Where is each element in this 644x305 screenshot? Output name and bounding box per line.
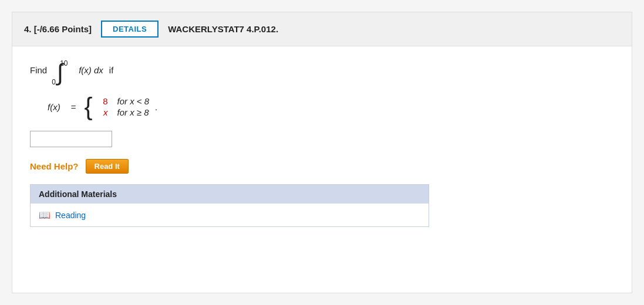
open-brace: {: [84, 94, 92, 119]
book-icon: 📖: [39, 209, 50, 221]
integral-upper: 10: [60, 59, 68, 67]
piecewise-cond-1: for x < 8: [117, 96, 149, 106]
find-line: Find 10 ∫ 0 f(x) dx if: [30, 60, 614, 84]
period: .: [155, 102, 157, 112]
fx-label: f(x): [48, 102, 60, 112]
piecewise-cond-2: for x ≥ 8: [117, 107, 149, 117]
question-header: 4. [-/6.66 Points] DETAILS WACKERLYSTAT7…: [12, 12, 632, 46]
reading-link-text: Reading: [55, 211, 86, 220]
additional-materials: Additional Materials 📖 Reading: [30, 184, 429, 227]
equals-sign: =: [71, 102, 76, 112]
piecewise-cases: 8 for x < 8 x for x ≥ 8: [99, 96, 149, 117]
piecewise-row-1: 8 for x < 8: [99, 96, 149, 106]
question-number: 4. [-/6.66 Points]: [24, 24, 92, 34]
details-button[interactable]: DETAILS: [101, 21, 159, 38]
need-help-row: Need Help? Read It: [30, 159, 614, 174]
find-text: Find: [30, 65, 47, 75]
need-help-label: Need Help?: [30, 161, 79, 171]
question-body: Find 10 ∫ 0 f(x) dx if f(x) = { 8 for x …: [12, 46, 632, 239]
additional-materials-header: Additional Materials: [31, 185, 429, 204]
read-it-button[interactable]: Read It: [86, 159, 129, 174]
answer-input-wrapper: [30, 131, 614, 159]
integral-expr: f(x) dx: [79, 65, 103, 75]
additional-materials-body: 📖 Reading: [31, 204, 429, 226]
piecewise-val-1: 8: [99, 96, 107, 106]
question-code: WACKERLYSTAT7 4.P.012.: [168, 24, 278, 34]
piecewise-section: f(x) = { 8 for x < 8 x for x ≥ 8 .: [48, 94, 614, 119]
integral-lower: 0: [52, 78, 56, 86]
piecewise-val-2: x: [99, 107, 107, 117]
reading-link[interactable]: 📖 Reading: [39, 209, 420, 221]
piecewise-row-2: x for x ≥ 8: [99, 107, 149, 117]
question-container: 4. [-/6.66 Points] DETAILS WACKERLYSTAT7…: [12, 12, 632, 293]
if-text: if: [109, 65, 114, 75]
answer-input[interactable]: [30, 131, 112, 147]
